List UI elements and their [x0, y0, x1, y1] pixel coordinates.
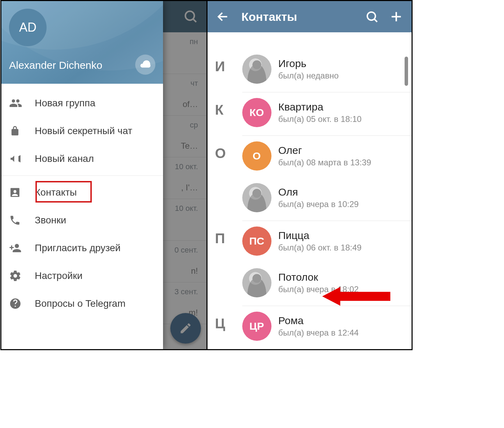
contact-status: был(а) недавно [278, 71, 339, 81]
index-section: Ц ЦР Рома был(а) вчера в 12:44 [208, 306, 412, 346]
navigation-drawer: AD Alexander Dichenko Новая группа [1, 1, 163, 349]
contact-avatar [242, 55, 271, 84]
contact-row[interactable]: Оля был(а) вчера в 10:29 [208, 176, 412, 218]
contact-avatar [242, 268, 271, 297]
menu-calls[interactable]: Звонки [1, 206, 163, 234]
contact-status: был(а) вчера в 12:44 [278, 328, 359, 338]
menu-new-channel[interactable]: Новый канал [1, 145, 163, 173]
contact-status: был(а) вчера в 18:02 [278, 285, 359, 294]
contact-status: был(а) 08 марта в 13:39 [278, 158, 371, 167]
section-index-letter: П [215, 231, 236, 246]
index-section: И Игорь был(а) недавно [208, 49, 412, 92]
saved-messages-button[interactable] [135, 55, 155, 75]
index-section: К КО Квартира был(а) 05 окт. в 18:10 [208, 92, 412, 136]
contacts-screen: Контакты И Игорь был(а) недавно [208, 1, 412, 349]
avatar-initials: О [253, 150, 261, 162]
contacts-list[interactable]: И Игорь был(а) недавно К КО [208, 32, 412, 349]
gear-icon [9, 270, 35, 282]
menu-label: Новый канал [35, 153, 155, 164]
contact-avatar [242, 183, 271, 212]
menu-faq[interactable]: Вопросы о Telegram [1, 290, 163, 318]
contact-avatar: КО [242, 98, 271, 127]
avatar-initials: КО [250, 107, 264, 118]
contact-row[interactable]: ЦР Рома был(а) вчера в 12:44 [208, 306, 412, 346]
contact-name: Игорь [278, 58, 339, 69]
index-section: О О Олег был(а) 08 марта в 13:39 Оля был… [208, 136, 412, 221]
user-name: Alexander Dichenko [9, 59, 103, 71]
contact-name: Рома [278, 315, 359, 327]
menu-label: Новый секретный чат [35, 125, 155, 137]
contact-avatar: ПС [242, 227, 271, 256]
search-icon[interactable] [364, 9, 380, 24]
appbar-title: Контакты [239, 10, 356, 24]
contact-name: Пицца [278, 230, 362, 241]
user-avatar[interactable]: AD [9, 9, 47, 46]
menu-label: Звонки [35, 215, 155, 226]
menu-invite-friends[interactable]: Пригласить друзей [1, 234, 163, 262]
menu-label: Новая группа [35, 98, 155, 109]
menu-new-secret-chat[interactable]: Новый секретный чат [1, 117, 163, 145]
menu-label: Настройки [35, 270, 155, 281]
contact-name: Квартира [278, 101, 362, 113]
contact-name: Потолок [278, 271, 359, 283]
contact-avatar: ЦР [242, 312, 271, 341]
person-add-icon [9, 242, 35, 254]
back-icon[interactable] [215, 9, 230, 24]
drawer-header: AD Alexander Dichenko [1, 1, 163, 84]
contact-name: Оля [278, 186, 359, 198]
avatar-initials: ЦР [250, 320, 264, 332]
svg-line-5 [375, 19, 377, 22]
contacts-appbar: Контакты [208, 1, 412, 32]
add-icon[interactable] [389, 9, 404, 24]
contact-avatar: О [242, 141, 271, 171]
megaphone-icon [9, 153, 35, 165]
menu-contacts[interactable]: Контакты [1, 179, 163, 206]
svg-point-4 [367, 12, 375, 20]
contact-status: был(а) вчера в 10:29 [278, 199, 359, 209]
contact-row[interactable]: ПС Пицца был(а) 06 окт. в 18:49 [208, 221, 412, 261]
contact-row[interactable]: КО Квартира был(а) 05 окт. в 18:10 [208, 92, 412, 133]
contact-row[interactable]: Потолок был(а) вчера в 18:02 [208, 261, 412, 303]
group-icon [9, 97, 35, 110]
menu-label: Вопросы о Telegram [35, 298, 155, 309]
avatar-initials: AD [19, 20, 36, 35]
menu-settings[interactable]: Настройки [1, 262, 163, 290]
drawer-menu: Новая группа Новый секретный чат Новый к… [1, 84, 163, 320]
contact-status: был(а) 06 окт. в 18:49 [278, 243, 362, 253]
drawer-screen: пн чт of… ср Te… 10 окт. , I'… 10 окт. [1, 1, 208, 349]
contact-row[interactable]: О Олег был(а) 08 марта в 13:39 [208, 136, 412, 176]
section-index-letter: И [215, 59, 236, 74]
index-section: П ПС Пицца был(а) 06 окт. в 18:49 Потоло… [208, 221, 412, 306]
contact-row[interactable]: Игорь был(а) недавно [208, 49, 412, 89]
contact-name: Олег [278, 145, 371, 156]
section-index-letter: О [215, 146, 236, 161]
menu-label: Контакты [35, 187, 155, 198]
section-index-letter: К [215, 102, 236, 118]
menu-new-group[interactable]: Новая группа [1, 89, 163, 117]
phone-icon [9, 214, 35, 226]
section-index-letter: Ц [215, 316, 236, 331]
contact-status: был(а) 05 окт. в 18:10 [278, 114, 362, 124]
menu-label: Пригласить друзей [35, 242, 155, 254]
lock-icon [9, 125, 35, 137]
help-icon [9, 297, 35, 310]
avatar-initials: ПС [249, 235, 264, 247]
contact-icon [9, 187, 35, 198]
